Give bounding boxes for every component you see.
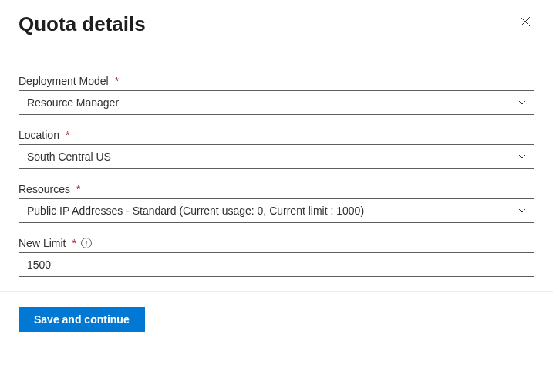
panel-footer: Save and continue — [0, 292, 553, 347]
new-limit-input[interactable] — [19, 252, 534, 277]
panel-header: Quota details — [19, 12, 534, 36]
location-select[interactable]: South Central US — [19, 144, 534, 169]
close-button[interactable] — [516, 12, 534, 33]
required-mark: * — [66, 129, 69, 141]
required-mark: * — [115, 75, 119, 87]
resources-value: Public IP Addresses - Standard (Current … — [27, 204, 364, 217]
location-value: South Central US — [27, 150, 111, 163]
new-limit-label: New Limit * i — [19, 237, 534, 249]
save-and-continue-button[interactable]: Save and continue — [19, 307, 145, 332]
required-mark: * — [72, 237, 76, 249]
resources-label: Resources * — [19, 183, 534, 195]
info-icon[interactable]: i — [81, 238, 92, 248]
required-mark: * — [76, 183, 80, 195]
close-icon — [519, 15, 531, 30]
resources-label-text: Resources — [19, 183, 70, 195]
field-new-limit: New Limit * i — [19, 237, 534, 277]
resources-select[interactable]: Public IP Addresses - Standard (Current … — [19, 198, 534, 223]
deployment-model-value: Resource Manager — [27, 96, 119, 109]
field-resources: Resources * Public IP Addresses - Standa… — [19, 183, 534, 223]
new-limit-label-text: New Limit — [19, 237, 66, 249]
deployment-model-select[interactable]: Resource Manager — [19, 90, 534, 115]
deployment-model-label-text: Deployment Model — [19, 75, 109, 87]
deployment-model-label: Deployment Model * — [19, 75, 534, 87]
location-label: Location * — [19, 129, 534, 141]
panel-title: Quota details — [19, 12, 146, 36]
field-location: Location * South Central US — [19, 129, 534, 169]
field-deployment-model: Deployment Model * Resource Manager — [19, 75, 534, 115]
location-label-text: Location — [19, 129, 59, 141]
